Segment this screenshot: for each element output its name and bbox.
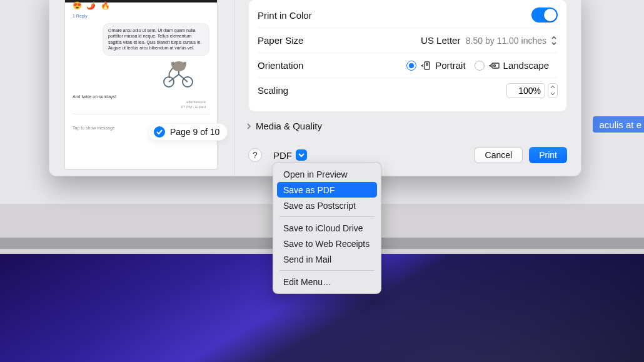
paper-size-dimensions: 8.50 by 11.00 inches [466,36,546,46]
landscape-icon [488,61,500,71]
meta-line-right: ellentesque [73,100,206,104]
chevron-down-icon [296,149,307,161]
paper-size-value: US Letter [421,35,460,46]
svg-point-8 [493,64,495,66]
menu-save-as-pdf[interactable]: Save as PDF [277,182,377,198]
menu-save-to-web-receipts[interactable]: Save to Web Receipts [277,236,377,251]
row-orientation: Orientation Portrait Landscape [258,53,558,78]
preview-page[interactable]: 😍 🌶️ 🔥 1 Reply Ornare arcu odio ut sem. … [64,0,218,169]
svg-point-6 [426,63,428,65]
orientation-landscape-radio[interactable]: Landscape [475,60,549,71]
chevron-down-icon [548,91,557,98]
preview-divider [73,114,209,114]
chevron-right-icon [246,123,252,130]
page-indicator-text: Page 9 of 10 [170,127,219,137]
scaling-input[interactable] [506,83,545,98]
print-preview-pane: 😍 🌶️ 🔥 1 Reply Ornare arcu odio ut sem. … [49,0,234,176]
reactions-row: 😍 🌶️ 🔥 [73,1,209,10]
chevron-up-icon [548,84,557,91]
scaling-label: Scaling [258,85,383,96]
media-quality-label: Media & Quality [256,121,322,131]
background-selection-strip: aculis at e [593,116,644,133]
print-color-label: Print in Color [258,10,383,21]
pdf-dropdown-button[interactable]: PDF [273,149,307,161]
cancel-button[interactable]: Cancel [475,147,523,163]
cancel-button-label: Cancel [485,150,513,160]
menu-separator [279,216,375,217]
print-button-label: Print [539,150,557,160]
menu-send-in-mail[interactable]: Send in Mail [277,251,377,267]
page-indicator-pill[interactable]: Page 9 of 10 [148,123,228,141]
pdf-dropdown-menu: Open in Preview Save as PDF Save as Post… [273,162,381,294]
sticker-image [160,61,196,88]
help-button[interactable]: ? [248,148,262,162]
menu-edit-menu[interactable]: Edit Menu… [277,274,377,289]
row-scaling: Scaling [258,78,558,103]
print-dialog: 😍 🌶️ 🔥 1 Reply Ornare arcu odio ut sem. … [49,0,581,176]
menu-save-as-postscript[interactable]: Save as Postscript [277,198,377,213]
pdf-button-label: PDF [273,150,292,161]
paper-size-label: Paper Size [258,35,383,46]
settings-card: Print in Color Paper Size US Letter 8.50… [248,0,567,112]
scaling-stepper[interactable] [548,83,558,98]
orientation-label: Orientation [258,60,383,71]
sunday-line: And twice on sundays! [73,94,209,99]
help-icon: ? [253,150,258,160]
menu-save-to-icloud[interactable]: Save to iCloud Drive [277,220,377,236]
paper-size-select[interactable]: US Letter 8.50 by 11.00 inches [421,35,558,46]
print-color-toggle[interactable] [531,8,558,23]
orientation-portrait-radio[interactable]: Portrait [406,60,465,71]
row-print-color: Print in Color [258,3,558,28]
row-paper-size: Paper Size US Letter 8.50 by 11.00 inche… [258,28,558,53]
menu-separator [279,270,375,271]
menu-open-in-preview[interactable]: Open in Preview [277,166,377,182]
background-selection-text: aculis at e [599,119,641,130]
print-button[interactable]: Print [529,147,567,163]
orientation-landscape-label: Landscape [503,60,549,71]
meta-line-time: 07 PM · Edited [73,105,206,109]
orientation-portrait-label: Portrait [435,60,465,71]
message-bubble: Ornare arcu odio ut sem. Ut diam quam nu… [103,23,209,56]
checkmark-icon [154,126,165,138]
portrait-icon [420,61,431,71]
media-quality-disclosure[interactable]: Media & Quality [246,121,567,131]
up-down-chevrons-icon [550,35,558,46]
reply-link: 1 Reply [73,14,209,18]
